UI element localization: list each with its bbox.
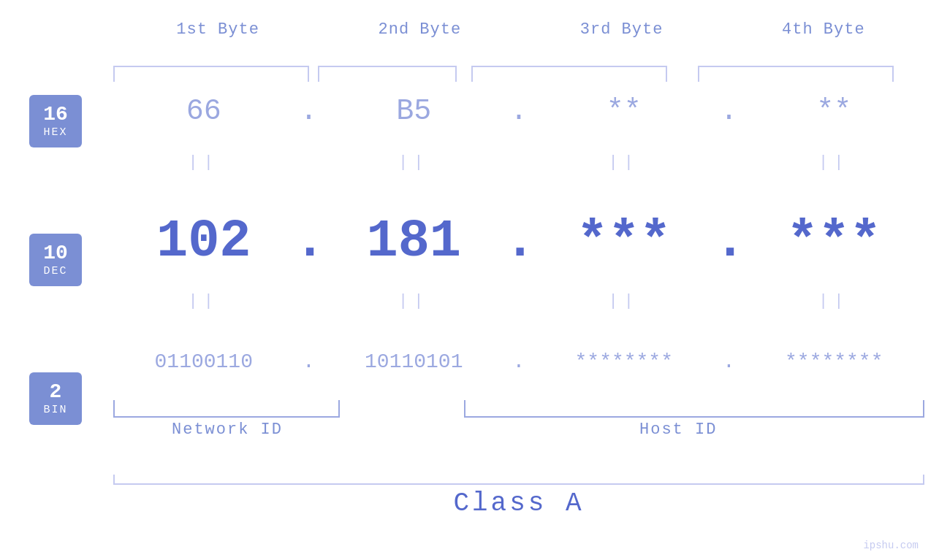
bin-name: BIN — [43, 404, 67, 416]
eq1-byte1: || — [113, 153, 294, 172]
hex-dot2: . — [504, 95, 533, 128]
eq1-byte2: || — [324, 153, 505, 172]
eq2-byte1: || — [113, 292, 294, 310]
hex-badge: 16 HEX — [29, 95, 82, 147]
byte-header-1: 1st Byte — [117, 20, 319, 39]
hex-byte1: 66 — [113, 95, 294, 128]
dec-byte4: *** — [744, 212, 925, 272]
dec-dot2: . — [504, 212, 533, 272]
eq1-byte4: || — [744, 153, 925, 172]
bin-badge: 2 BIN — [29, 372, 82, 425]
hex-row: 66 . B5 . ** . ** — [113, 95, 924, 128]
byte-header-2: 2nd Byte — [319, 20, 520, 39]
bin-num: 2 — [50, 381, 62, 404]
equals-row-2: || || || || — [113, 292, 924, 310]
bin-byte1: 01100110 — [113, 350, 294, 373]
byte2-top-bracket — [318, 66, 457, 82]
bin-byte3: ******** — [533, 350, 715, 373]
dec-dot3: . — [715, 212, 744, 272]
dec-byte2: 181 — [324, 212, 505, 272]
watermark: ipshu.com — [863, 540, 919, 551]
byte-header-4: 4th Byte — [723, 20, 924, 39]
network-id-bracket — [113, 400, 340, 418]
eq1-byte3: || — [533, 153, 715, 172]
dec-name: DEC — [43, 265, 67, 277]
class-bottom-bracket — [113, 475, 924, 485]
bin-byte2: 10110101 — [324, 350, 505, 373]
byte1-top-bracket — [113, 66, 309, 82]
hex-byte2: B5 — [324, 95, 505, 128]
byte4-top-bracket — [698, 66, 894, 82]
bin-byte4: ******** — [744, 350, 925, 373]
dec-row: 102 . 181 . *** . *** — [113, 212, 924, 272]
dec-dot1: . — [294, 212, 324, 272]
bin-row: 01100110 . 10110101 . ******** . *******… — [113, 350, 924, 373]
network-id-label: Network ID — [172, 421, 283, 439]
host-id-label: Host ID — [639, 421, 717, 439]
class-section: Class A — [113, 475, 924, 521]
byte3-top-bracket — [471, 66, 667, 82]
equals-row-1: || || || || — [113, 153, 924, 172]
eq2-byte3: || — [533, 292, 715, 310]
host-id-bracket — [464, 400, 924, 418]
dec-num: 10 — [43, 242, 68, 265]
base-labels: 16 HEX 10 DEC 2 BIN — [29, 95, 82, 425]
bin-dot1: . — [294, 350, 324, 373]
hex-byte3: ** — [533, 95, 715, 128]
byte-header-3: 3rd Byte — [521, 20, 723, 39]
content-area: 66 . B5 . ** . ** || || || || 102 . 181 … — [113, 66, 924, 516]
class-label: Class A — [453, 488, 584, 518]
eq2-byte4: || — [744, 292, 925, 310]
dec-byte3: *** — [533, 212, 715, 272]
bin-dot3: . — [715, 350, 744, 373]
dec-badge: 10 DEC — [29, 234, 82, 286]
hex-dot3: . — [715, 95, 744, 128]
hex-dot1: . — [294, 95, 324, 128]
bin-dot2: . — [504, 350, 533, 373]
class-label-row: Class A — [113, 485, 924, 521]
eq2-byte2: || — [324, 292, 505, 310]
main-container: 1st Byte 2nd Byte 3rd Byte 4th Byte 16 H… — [0, 0, 939, 560]
dec-byte1: 102 — [113, 212, 294, 272]
byte-headers: 1st Byte 2nd Byte 3rd Byte 4th Byte — [117, 20, 924, 39]
hex-num: 16 — [43, 104, 68, 126]
hex-name: HEX — [43, 126, 67, 139]
hex-byte4: ** — [744, 95, 925, 128]
